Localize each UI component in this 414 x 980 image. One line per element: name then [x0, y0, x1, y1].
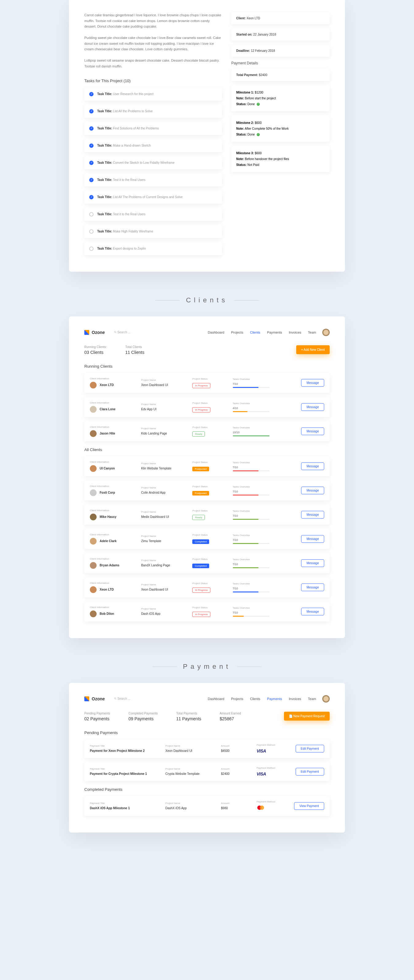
task-checkbox[interactable] — [89, 229, 94, 234]
nav: DashboardProjectsClientsPaymentsInvoices… — [208, 331, 316, 334]
progress-bar — [233, 387, 269, 388]
tasks-count: 7/10 — [233, 490, 291, 493]
nav-payments[interactable]: Payments — [267, 697, 282, 701]
logo[interactable]: Ozone — [84, 330, 105, 335]
task-checkbox[interactable] — [89, 92, 94, 96]
task-item[interactable]: Task Title: List All the Problems to Sol… — [84, 105, 222, 118]
visa-icon: VISA — [257, 748, 266, 753]
task-checkbox[interactable] — [89, 212, 94, 216]
desc-2: Pudding sweet pie chocolate cake chocola… — [84, 35, 222, 52]
desc-3: Lollipop sweet roll sesame snaps dessert… — [84, 58, 222, 69]
tasks-count: 4/10 — [233, 407, 291, 410]
nav-clients[interactable]: Clients — [250, 697, 260, 701]
nav-projects[interactable]: Projects — [231, 697, 243, 701]
client-row: Client InformationXeon LTD Project NameX… — [84, 373, 330, 393]
nav-invoices[interactable]: Invoices — [289, 697, 301, 701]
payment-action-button[interactable]: View Payment — [294, 802, 324, 810]
nav-team[interactable]: Team — [308, 331, 316, 334]
new-payment-button[interactable]: 📄 New Payment Request — [284, 712, 330, 721]
payment-action-button[interactable]: Edit Payment — [296, 745, 324, 752]
add-client-button[interactable]: + Add New Client — [296, 345, 330, 354]
task-title: Convert the Sketch to Low Fidality Wiref… — [113, 161, 175, 164]
client-row: Client InformationFoxit Corp Project Nam… — [84, 480, 330, 500]
task-title: Make a Hand-drawn Sketch — [113, 144, 151, 147]
message-button[interactable]: Message — [301, 559, 324, 567]
client-name: Xeon LTD — [100, 383, 114, 387]
nav-dashboard[interactable]: Dashboard — [208, 697, 225, 701]
task-checkbox[interactable] — [89, 247, 94, 251]
client-row: Client InformationBob Dilon Project Name… — [84, 601, 330, 622]
task-checkbox[interactable] — [89, 195, 94, 199]
status-badge: In Progress — [192, 383, 210, 388]
stat-value: 11 Clients — [125, 350, 144, 355]
task-title: Make High Fidality Wireframe — [113, 230, 153, 233]
task-item[interactable]: Task Title: Export designs to Zeplin — [84, 242, 222, 255]
project-name: Xeon Dashboard UI — [141, 588, 189, 591]
payment-project: DashX iOS App — [165, 807, 217, 810]
task-item[interactable]: Task Title: Find Solutions of All the Pr… — [84, 122, 222, 135]
nav-payments[interactable]: Payments — [267, 331, 282, 334]
task-item[interactable]: Task Title: Test it to the Real Users — [84, 173, 222, 186]
message-button[interactable]: Message — [301, 511, 324, 519]
running-clients-heading: Running Clients — [84, 364, 330, 369]
milestone-card: Milestone 3: $600 Note: Before handover … — [231, 146, 330, 172]
stat-value: 02 Payments — [84, 716, 110, 721]
payment-row: Payment TitlePayment for Crypta Project … — [84, 762, 330, 781]
progress-bar — [233, 616, 269, 617]
client-avatar — [90, 406, 97, 413]
status-badge: In Progress — [192, 612, 210, 617]
user-avatar[interactable] — [322, 695, 330, 703]
task-checkbox[interactable] — [89, 126, 94, 130]
stat-value: 11 Payments — [176, 716, 201, 721]
task-checkbox[interactable] — [89, 109, 94, 113]
tasks-heading: Tasks for This Project (10) — [84, 78, 222, 83]
search-input[interactable]: Search ... — [114, 697, 131, 700]
nav-projects[interactable]: Projects — [231, 331, 243, 334]
progress-bar — [233, 495, 269, 496]
client-row: Client InformationMike Hassy Project Nam… — [84, 505, 330, 525]
message-button[interactable]: Message — [301, 462, 324, 470]
client-avatar — [90, 562, 97, 569]
stat-value: $25867 — [220, 716, 241, 721]
project-name: Edv App UI — [141, 407, 189, 411]
task-item[interactable]: Task Title: Convert the Sketch to Low Fi… — [84, 156, 222, 169]
nav-dashboard[interactable]: Dashboard — [208, 331, 225, 334]
client-name: UI Canyon — [100, 467, 115, 470]
task-item[interactable]: Task Title: User Research for this proje… — [84, 88, 222, 100]
nav-invoices[interactable]: Invoices — [289, 331, 301, 334]
payment-action-button[interactable]: Edit Payment — [296, 768, 324, 775]
tasks-count: 7/10 — [233, 563, 291, 566]
meta-card: Client: Xeon LTD — [231, 12, 330, 24]
status-badge: In Progress — [192, 587, 210, 593]
task-checkbox[interactable] — [89, 178, 94, 182]
message-button[interactable]: Message — [301, 379, 324, 387]
message-button[interactable]: Message — [301, 403, 324, 411]
search-input[interactable]: Search ... — [114, 331, 131, 334]
project-name: Zimu Template — [141, 539, 189, 543]
client-avatar — [90, 465, 97, 472]
payment-project: Crypta Website Template — [165, 772, 217, 775]
status-badge: Ready — [192, 431, 205, 437]
task-label: Task Title: — [97, 178, 112, 181]
task-checkbox[interactable] — [89, 161, 94, 165]
logo[interactable]: Ozone — [84, 696, 105, 701]
task-checkbox[interactable] — [89, 143, 94, 148]
user-avatar[interactable] — [322, 329, 330, 336]
message-button[interactable]: Message — [301, 584, 324, 591]
message-button[interactable]: Message — [301, 487, 324, 494]
task-title: User Research for this project — [113, 92, 153, 95]
task-item[interactable]: Task Title: List All The Problems of Cur… — [84, 191, 222, 204]
task-title: Export designs to Zeplin — [113, 247, 146, 250]
message-button[interactable]: Message — [301, 608, 324, 616]
task-item[interactable]: Task Title: Make High Fidality Wireframe — [84, 225, 222, 238]
message-button[interactable]: Message — [301, 428, 324, 435]
task-item[interactable]: Task Title: Test it to the Real Users — [84, 208, 222, 221]
nav-team[interactable]: Team — [308, 697, 316, 701]
client-name: Bryan Adams — [100, 563, 119, 567]
nav-clients[interactable]: Clients — [250, 331, 260, 334]
task-item[interactable]: Task Title: Make a Hand-drawn Sketch — [84, 139, 222, 152]
payment-amount: $2400 — [221, 772, 253, 775]
message-button[interactable]: Message — [301, 535, 324, 543]
client-name: Foxit Corp — [100, 491, 115, 494]
stat-label: Amount Earned — [220, 712, 241, 715]
